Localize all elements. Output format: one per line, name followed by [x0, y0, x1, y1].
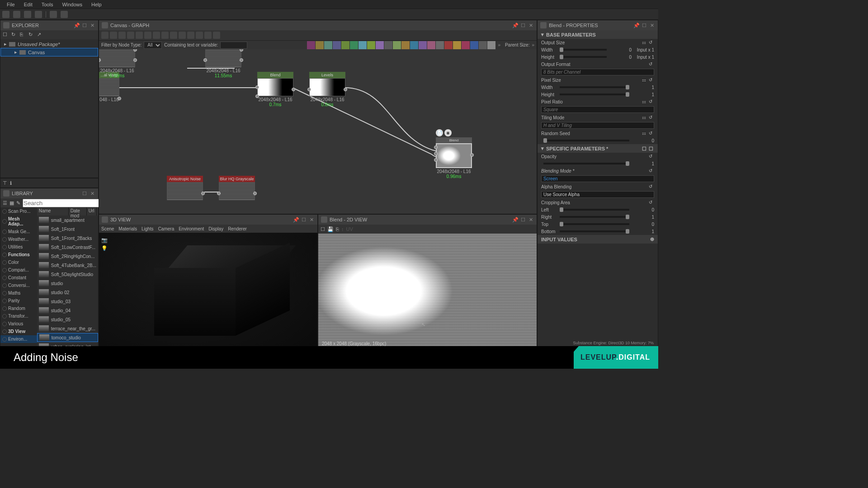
- library-category[interactable]: Conversi...: [0, 282, 37, 289]
- tool-icon[interactable]: [161, 32, 169, 39]
- close-icon[interactable]: ✕: [308, 216, 315, 223]
- reset-icon[interactable]: ↺: [649, 77, 654, 83]
- link-icon[interactable]: ⎘: [20, 32, 26, 38]
- copy-icon[interactable]: ⎘: [336, 226, 339, 232]
- link-icon[interactable]: ⚏: [642, 77, 647, 83]
- node-badge-icon[interactable]: 📄: [436, 129, 443, 136]
- library-category[interactable]: Parity: [0, 297, 37, 305]
- section-input[interactable]: INPUT VALUES: [541, 237, 577, 242]
- export-icon[interactable]: ↗: [37, 32, 43, 38]
- library-category[interactable]: Utilities: [0, 243, 37, 251]
- node-aniso[interactable]: Anisotropic Noise: [167, 176, 203, 200]
- viewport-3d[interactable]: 📷 💡 ⊹: [99, 233, 317, 357]
- node-blur[interactable]: Blur HQ Grayscale: [219, 176, 255, 200]
- node-1[interactable]: 2048x2048 - L16 5.99ms: [99, 49, 135, 78]
- swatch[interactable]: [419, 41, 427, 49]
- filter-select[interactable]: All: [144, 42, 162, 49]
- library-category[interactable]: Color: [0, 258, 37, 266]
- home-icon[interactable]: [2, 11, 9, 18]
- node-2[interactable]: 2048x2048 - L16 11.55ms: [205, 49, 241, 78]
- select-ratio[interactable]: Square: [541, 106, 654, 113]
- swatch[interactable]: [401, 41, 410, 49]
- tool-icon[interactable]: ☐: [649, 146, 654, 151]
- swatch[interactable]: [479, 41, 487, 49]
- reset-icon[interactable]: ↺: [649, 40, 654, 45]
- swatch[interactable]: [307, 41, 315, 49]
- camera-icon[interactable]: 📷: [101, 237, 108, 243]
- list-item[interactable]: Soft_1Front: [37, 225, 98, 234]
- pin-icon[interactable]: 📌: [512, 22, 519, 28]
- reset-icon[interactable]: ↺: [649, 61, 654, 67]
- list-item[interactable]: Soft_5DaylightStudio: [37, 270, 98, 279]
- pin-icon[interactable]: 📌: [633, 22, 640, 28]
- maximize-icon[interactable]: ☐: [641, 22, 647, 28]
- list-item[interactable]: studio 02: [37, 288, 98, 297]
- reset-icon[interactable]: ↺: [649, 115, 654, 120]
- menu-help[interactable]: Help: [87, 2, 106, 7]
- close-icon[interactable]: ✕: [89, 190, 95, 197]
- library-category[interactable]: Functions: [0, 251, 37, 258]
- graph-canvas[interactable]: ...al Warp 048 - L16 2048x2048 - L16 5.9…: [99, 49, 537, 214]
- swatch[interactable]: [427, 41, 435, 49]
- pin-icon[interactable]: 📌: [74, 22, 80, 28]
- maximize-icon[interactable]: ☐: [81, 22, 88, 28]
- swatch[interactable]: [444, 41, 453, 49]
- pin-icon[interactable]: 📌: [293, 216, 299, 223]
- tool-icon[interactable]: [213, 32, 220, 39]
- swatch[interactable]: [324, 41, 332, 49]
- tool-icon[interactable]: [196, 32, 203, 39]
- library-category[interactable]: Various: [0, 320, 37, 328]
- swatch[interactable]: [384, 41, 392, 49]
- library-category[interactable]: Compari...: [0, 266, 37, 274]
- menu-environment[interactable]: Environment: [179, 226, 204, 231]
- menu-camera[interactable]: Camera: [158, 226, 175, 231]
- reset-icon[interactable]: ↺: [649, 184, 654, 189]
- maximize-icon[interactable]: ☐: [520, 216, 526, 223]
- tool-icon[interactable]: [110, 32, 117, 39]
- list-item[interactable]: Soft_1Front_2Backs: [37, 234, 98, 243]
- menu-scene[interactable]: Scene: [101, 226, 114, 231]
- reset-icon[interactable]: ↺: [649, 154, 654, 159]
- chevron-down-icon[interactable]: ▾: [541, 32, 544, 38]
- library-category[interactable]: Maths: [0, 289, 37, 297]
- search-input[interactable]: [23, 199, 101, 207]
- light-icon[interactable]: 💡: [101, 245, 108, 251]
- reload-icon[interactable]: ↻: [28, 32, 35, 38]
- menu-renderer[interactable]: Renderer: [228, 226, 247, 231]
- fit-icon[interactable]: [144, 32, 151, 39]
- tool-icon[interactable]: ⊤: [3, 180, 7, 186]
- library-category[interactable]: Scan Pro...: [0, 207, 37, 215]
- swatch[interactable]: [393, 41, 401, 49]
- swatch[interactable]: [487, 41, 495, 49]
- grid-icon[interactable]: ▦: [9, 200, 14, 206]
- tool-icon[interactable]: [170, 32, 177, 39]
- open-icon[interactable]: [24, 11, 31, 18]
- list-item[interactable]: studio_03: [37, 297, 98, 306]
- slider-opacity[interactable]: [543, 163, 629, 164]
- list-item[interactable]: studio_05: [37, 315, 98, 324]
- menu-edit[interactable]: Edit: [19, 2, 37, 7]
- slider-left[interactable]: [560, 209, 629, 211]
- info-icon[interactable]: [127, 32, 134, 39]
- close-icon[interactable]: ✕: [89, 22, 95, 28]
- menu-lights[interactable]: Lights: [142, 226, 154, 231]
- reset-icon[interactable]: ↺: [649, 200, 654, 205]
- list-item[interactable]: Soft_4TubeBank_2B...: [37, 261, 98, 270]
- select-blending[interactable]: Screen: [541, 175, 654, 182]
- undo-icon[interactable]: [50, 11, 57, 18]
- save-icon[interactable]: 💾: [327, 226, 334, 232]
- col-date[interactable]: Date mod: [69, 207, 87, 216]
- slider-seed[interactable]: [543, 140, 629, 141]
- swatch[interactable]: [462, 41, 470, 49]
- library-category[interactable]: 3D View: [0, 328, 37, 335]
- library-category[interactable]: Weather...: [0, 235, 37, 243]
- slider-px-width[interactable]: [560, 86, 629, 88]
- tool-icon[interactable]: ☐: [321, 226, 325, 232]
- camera-icon[interactable]: [118, 32, 126, 39]
- swatch[interactable]: [410, 41, 418, 49]
- swatch[interactable]: [376, 41, 384, 49]
- chevron-down-icon[interactable]: ▾: [541, 145, 544, 151]
- slider-width[interactable]: [560, 49, 607, 51]
- close-icon[interactable]: ✕: [528, 216, 534, 223]
- slider-right[interactable]: [560, 216, 629, 218]
